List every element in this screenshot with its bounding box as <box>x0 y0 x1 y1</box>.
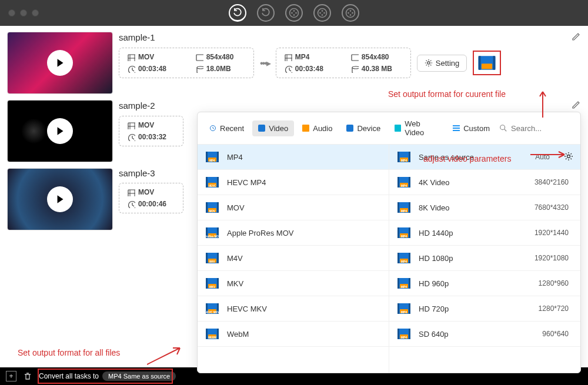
task-row: sample-1 MOV 854x480 00:03:48 18.0MB •••… <box>7 32 581 94</box>
svg-text:ProRes MOV: ProRes MOV <box>205 235 220 238</box>
thumbnail[interactable] <box>7 32 113 94</box>
play-icon[interactable] <box>47 50 73 76</box>
svg-text:HEVC MKV: HEVC MKV <box>205 311 219 314</box>
nav-download-icon[interactable] <box>342 4 359 22</box>
search-input[interactable] <box>498 122 574 135</box>
file-name: sample-1 <box>119 32 155 42</box>
annotation-all-files: Set output format for all files <box>18 348 120 357</box>
svg-text:WEBM: WEBM <box>208 336 216 339</box>
play-icon[interactable] <box>47 186 73 212</box>
top-nav <box>229 4 359 22</box>
svg-text:MP4: MP4 <box>209 159 215 162</box>
tab-video[interactable]: Video <box>252 120 294 136</box>
svg-text:MP4: MP4 <box>401 260 407 263</box>
tab-web-video[interactable]: Web Video <box>389 116 445 140</box>
svg-text:MP4: MP4 <box>401 285 407 289</box>
format-item[interactable]: MKVMKV <box>198 271 389 296</box>
preset-item[interactable]: MP4HD 1080p1920*1080 <box>389 246 580 271</box>
annotation-current-file: Set output format for cuurent file <box>388 89 506 99</box>
delete-button[interactable] <box>22 371 33 381</box>
format-list[interactable]: MP4MP4HEVCHEVC MP4MOVMOVProRes MOVApple … <box>198 145 389 373</box>
add-button[interactable]: + <box>6 371 16 381</box>
nav-convert-icon[interactable] <box>229 4 246 22</box>
zoom-dot[interactable] <box>32 9 39 16</box>
rename-icon[interactable] <box>572 32 581 43</box>
setting-button[interactable]: Setting <box>417 55 467 72</box>
tab-audio[interactable]: Audio <box>296 120 338 136</box>
preset-item[interactable]: MP4HD 720p1280*720 <box>389 296 580 322</box>
window-controls <box>8 9 39 16</box>
output-format-button[interactable] <box>473 51 501 75</box>
thumbnail[interactable] <box>7 168 113 230</box>
format-panel: Recent Video Audio Device Web Video Cust… <box>197 112 581 373</box>
nav-merge-icon[interactable] <box>313 4 331 22</box>
preset-item[interactable]: MP4HD 960p1280*960 <box>389 271 580 296</box>
format-item[interactable]: HEVCHEVC MP4 <box>198 170 389 195</box>
preset-item[interactable]: MP44K Video3840*2160 <box>389 170 580 195</box>
svg-text:MOV: MOV <box>209 210 215 213</box>
input-info: MOV 854x480 00:03:48 18.0MB <box>119 48 254 78</box>
output-info: MP4 854x480 00:03:48 40.38 MB <box>276 48 411 78</box>
annotation-box-all <box>38 369 173 384</box>
format-item[interactable]: MP4MP4 <box>198 145 389 170</box>
svg-text:MP4: MP4 <box>401 209 407 213</box>
format-item[interactable]: ProRes MOVApple ProRes MOV <box>198 220 389 246</box>
annotation-params: adjust video parameters <box>423 154 511 163</box>
svg-text:HEVC: HEVC <box>209 185 216 188</box>
input-info: MOV 00:03:32 <box>119 116 183 146</box>
svg-text:M4V: M4V <box>209 260 215 263</box>
tab-custom[interactable]: Custom <box>447 120 496 136</box>
tab-device[interactable]: Device <box>340 120 386 136</box>
arrow-icon: •••▸ <box>260 58 270 69</box>
rename-icon[interactable] <box>572 100 581 111</box>
preset-item[interactable]: MP4HD 1440p1920*1440 <box>389 220 580 246</box>
preset-list[interactable]: MP4Same as sourceAutoMP44K Video3840*216… <box>389 145 580 373</box>
preset-item[interactable]: MP48K Video7680*4320 <box>389 195 580 220</box>
preset-item[interactable]: MP4SD 640p960*640 <box>389 322 580 347</box>
search-box <box>498 122 574 135</box>
format-item[interactable]: WEBMWebM <box>198 322 389 347</box>
minimize-dot[interactable] <box>20 9 27 16</box>
format-item[interactable]: MOVMOV <box>198 195 389 220</box>
nav-edit-icon[interactable] <box>285 4 303 22</box>
svg-text:MP4: MP4 <box>401 184 407 188</box>
file-name: sample-2 <box>119 101 155 111</box>
svg-text:MKV: MKV <box>209 286 215 289</box>
input-info: MOV 00:00:46 <box>119 183 183 213</box>
titlebar <box>0 0 588 26</box>
svg-text:MP4: MP4 <box>401 310 407 314</box>
nav-sync-icon[interactable] <box>257 4 275 22</box>
format-item[interactable]: M4VM4V <box>198 246 389 271</box>
play-icon[interactable] <box>47 118 73 144</box>
svg-text:MP4: MP4 <box>401 159 407 162</box>
file-name: sample-3 <box>119 168 155 178</box>
format-item[interactable]: HEVC MKVHEVC MKV <box>198 296 389 322</box>
close-dot[interactable] <box>8 9 15 16</box>
svg-text:MP4: MP4 <box>401 336 407 339</box>
thumbnail[interactable] <box>7 100 113 162</box>
svg-text:MP4: MP4 <box>401 235 407 238</box>
panel-tabs: Recent Video Audio Device Web Video Cust… <box>198 112 580 145</box>
tab-recent[interactable]: Recent <box>203 120 250 136</box>
